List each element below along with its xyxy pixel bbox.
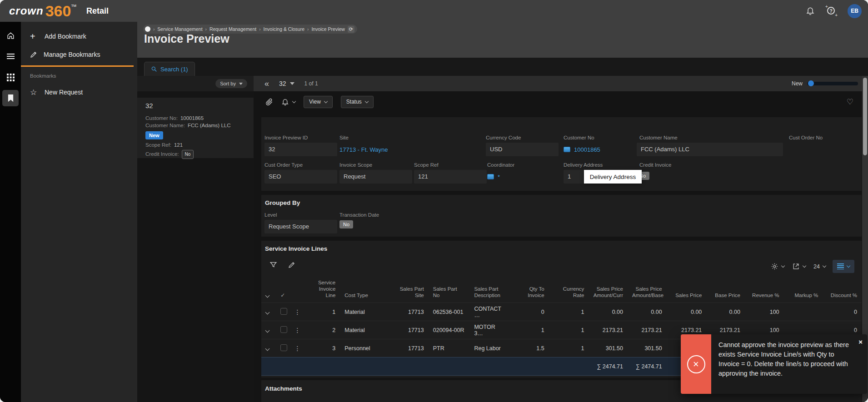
cust-order-type-input[interactable]: SEO: [264, 170, 337, 184]
field-label: Cust Order Type: [264, 162, 337, 168]
total-amount-base: ∑ 2474.71: [628, 357, 667, 376]
row-expander-icon[interactable]: [266, 345, 269, 352]
customer-card-icon[interactable]: [564, 147, 570, 152]
star-icon: ☆: [30, 88, 38, 97]
workflow-progress-handle[interactable]: [808, 80, 814, 86]
row-expander-icon[interactable]: [266, 308, 269, 315]
row-kebab-icon[interactable]: ⋮: [294, 345, 300, 352]
cell-base-price: 0.00: [706, 303, 745, 321]
table-settings-gear-icon[interactable]: [770, 262, 785, 271]
cell-amount-base: 301.50: [628, 339, 667, 357]
add-bookmark-button[interactable]: + Add Bookmark: [21, 27, 137, 45]
row-checkbox[interactable]: [280, 344, 287, 351]
sort-by-dropdown[interactable]: Sort by: [215, 79, 247, 88]
table-tools-left: [269, 261, 295, 268]
notify-bell-dropdown[interactable]: [281, 98, 295, 106]
cell-part-no: 062536-001: [429, 303, 470, 321]
row-checkbox[interactable]: [280, 326, 287, 333]
col-sales-price: Sales Price: [667, 279, 707, 303]
error-toast-message: Cannot approve the invoice preview as th…: [718, 340, 853, 378]
page-title: Invoice Preview: [144, 32, 229, 45]
cell-amount-curr: 0.00: [589, 303, 628, 321]
list-lines-icon: [837, 263, 844, 269]
row-kebab-icon[interactable]: ⋮: [294, 308, 300, 316]
home-icon[interactable]: [2, 27, 19, 44]
credit-invoice-chip: No: [182, 150, 194, 159]
menu-hamburger-icon[interactable]: [2, 48, 19, 65]
record-list-panel: 32 Customer No:10001865 Customer Name:FC…: [137, 91, 254, 402]
currency-code-input[interactable]: USD: [486, 143, 559, 156]
bookmarks-section-label: Bookmarks: [21, 67, 137, 83]
row-checkbox[interactable]: [280, 308, 287, 315]
workflow-state: New: [792, 80, 858, 87]
favorite-heart-icon[interactable]: ♡: [847, 97, 853, 107]
chevron-right-icon: ›: [307, 27, 309, 32]
workflow-progress-track: [807, 82, 858, 85]
cell-line: 2: [304, 321, 340, 339]
list-item-customer-no: Customer No:10001865: [145, 114, 245, 122]
invoice-preview-id-input[interactable]: 32: [264, 143, 337, 156]
sidebar-item-new-request[interactable]: ☆ New Request: [21, 83, 137, 101]
site-link[interactable]: 17713 - Ft. Wayne: [339, 146, 388, 153]
cell-rate: 1: [549, 303, 589, 321]
list-view-toggle[interactable]: [833, 260, 854, 273]
col-markup-pct: Markup %: [784, 279, 823, 303]
delivery-address-tooltip: Delivery Address: [584, 170, 642, 184]
level-input[interactable]: Request Scope: [264, 220, 337, 233]
status-button[interactable]: Status: [341, 96, 374, 108]
cell-part-no: PTR: [429, 339, 470, 357]
collapse-list-icon[interactable]: «: [264, 79, 269, 89]
scope-ref-input[interactable]: 121: [414, 170, 487, 184]
manage-bookmarks-button[interactable]: Manage Bookmarks: [21, 45, 137, 64]
customer-name-input[interactable]: FCC (Adams) LLC: [637, 143, 783, 156]
field-invoice-preview-id: Invoice Preview ID 32: [264, 135, 337, 156]
refresh-icon[interactable]: ⟳: [348, 26, 354, 33]
coordinator-card-icon[interactable]: [487, 174, 494, 179]
bookmarks-sidebar: + Add Bookmark Manage Bookmarks Bookmark…: [21, 22, 137, 402]
cell-description: CONTACT …: [469, 303, 509, 321]
chevron-down-icon: [847, 264, 850, 268]
avatar[interactable]: EB: [848, 4, 862, 18]
apps-grid-icon[interactable]: [2, 69, 19, 85]
filter-icon[interactable]: [269, 261, 277, 268]
cell-part-no: 020094-00R: [429, 321, 470, 339]
expand-all-icon[interactable]: [266, 292, 269, 298]
list-item-credit-invoice: Credit Invoice:No: [145, 150, 245, 159]
view-button[interactable]: View: [304, 96, 333, 108]
bookmarks-icon[interactable]: [2, 90, 19, 106]
coordinator-link[interactable]: *: [498, 174, 500, 180]
list-sort-row: Sort by: [137, 76, 254, 91]
customer-no-link[interactable]: 10001865: [574, 146, 600, 153]
record-selector[interactable]: 32: [279, 80, 294, 87]
search-tab[interactable]: Search (1): [144, 62, 195, 76]
record-pagination: 1 of 1: [304, 80, 318, 87]
breadcrumb-service-management[interactable]: Service Management: [157, 26, 202, 32]
page-size-dropdown[interactable]: 24: [813, 263, 827, 271]
help-icon[interactable]: +?+: [826, 5, 837, 16]
breadcrumb-request-management[interactable]: Request Management: [210, 26, 256, 32]
brand-crown: crown: [9, 5, 44, 17]
notifications-bell-icon[interactable]: [806, 6, 815, 15]
field-level: Level Request Scope: [264, 212, 337, 233]
brand-logo: crown 360 TM Retail: [9, 2, 109, 20]
breadcrumb-invoice-preview[interactable]: Invoice Preview: [311, 26, 345, 32]
export-icon[interactable]: [791, 262, 807, 271]
edit-pencil-icon[interactable]: [288, 261, 295, 268]
list-item[interactable]: 32 Customer No:10001865 Customer Name:FC…: [137, 98, 254, 158]
invoice-scope-input[interactable]: Request: [339, 170, 412, 184]
field-label: Invoice Preview ID: [264, 135, 337, 140]
topbar-actions: +?+ EB: [806, 4, 862, 18]
field-customer-no: Customer No 10001865: [564, 135, 636, 156]
attachment-paperclip-icon[interactable]: [265, 98, 273, 106]
scrollbar-thumb[interactable]: [863, 78, 867, 155]
row-kebab-icon[interactable]: ⋮: [294, 327, 300, 334]
close-icon[interactable]: ×: [858, 338, 863, 346]
field-invoice-scope: Invoice Scope Request: [339, 162, 412, 184]
row-expander-icon[interactable]: [266, 327, 269, 333]
breadcrumb-invoicing-closure[interactable]: Invoicing & Closure: [264, 26, 304, 32]
chevron-right-icon: ›: [259, 27, 260, 32]
select-all-check-icon[interactable]: ✓: [280, 292, 285, 298]
cell-amount-curr: 2173.21: [589, 321, 628, 339]
attachments-title: Attachments: [265, 385, 302, 392]
field-coordinator: Coordinator *: [487, 162, 560, 184]
